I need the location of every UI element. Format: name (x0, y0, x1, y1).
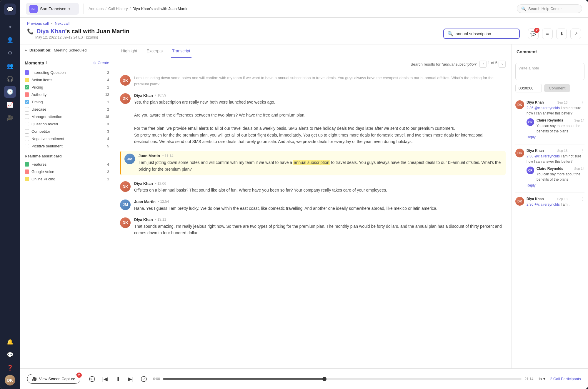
workspace-selector[interactable]: SF San Francisco ▾ (26, 3, 79, 15)
call-search-input[interactable] (456, 31, 516, 36)
msg-time-juan-1114: • 11:14 (162, 154, 174, 158)
comment-body-3: Diya Khan Sep 13 ⋮ 2:36 @clairereynolds … (527, 197, 584, 207)
settings-nav-icon[interactable]: ⚙ (4, 47, 16, 59)
progress-bar[interactable] (163, 378, 522, 380)
tab-highlight[interactable]: Highlight (120, 44, 138, 58)
callee-name: Juan Martin (96, 28, 129, 34)
tab-excerpts[interactable]: Excerpts (145, 44, 164, 58)
comment-delete-1[interactable]: ⋮ (581, 100, 584, 104)
comment-actions: Comment (515, 84, 584, 92)
next-call-link[interactable]: Next call (55, 21, 69, 26)
message-group-diya-1059: DK Diya Khan • 10:59 Yes, the plan subsc… (120, 93, 506, 145)
icon-sidebar: 💬 ✦ 👤 ⚙ 👥 🎧 🕐 📈 🎥 🔔 💬 ❓ DK (0, 0, 20, 389)
msg-header-juan-1114: Juan Martin • 11:14 (139, 154, 502, 158)
help-nav-icon[interactable]: ❓ (4, 362, 16, 374)
moment-checkbox-usecase (25, 107, 29, 112)
skip-to-start-btn[interactable]: |◀ (100, 374, 110, 384)
moment-checkbox-question (25, 122, 29, 126)
history-nav-icon[interactable]: 🕐 (4, 86, 16, 98)
comment-timestamp-2[interactable]: 2:36 (527, 154, 533, 158)
comment-timestamp-3[interactable]: 2:36 (527, 202, 533, 207)
chevron-down-icon: ▾ (69, 7, 70, 11)
moment-online-pricing[interactable]: Online Pricing 1 (25, 175, 109, 183)
call-search-bar[interactable]: 🔍 (443, 29, 520, 39)
comment-thread: DK Diya Khan Sep 13 ⋮ 2:36 @clairereynol… (512, 96, 588, 211)
moment-label-action: Action items (31, 78, 52, 82)
team-nav-icon[interactable]: 👥 (4, 60, 16, 72)
create-moment-button[interactable]: ⊕ Create (93, 61, 109, 65)
download-action-btn[interactable]: ⬇ (556, 29, 567, 39)
moment-positive[interactable]: Positive sentiment 5 (25, 142, 109, 150)
list-action-btn[interactable]: ≡ (542, 29, 553, 39)
comment-name-1: Diya Khan (527, 100, 544, 104)
moment-competitor[interactable]: Competitor 3 (25, 128, 109, 135)
moment-usecase[interactable]: Usecase 2 (25, 106, 109, 113)
comment-time-input[interactable] (515, 84, 542, 92)
moment-interesting-question[interactable]: ✓ Interesting Question 2 (25, 69, 109, 76)
share-action-btn[interactable]: ↗ (570, 29, 581, 39)
person-nav-icon[interactable]: 👤 (4, 34, 16, 46)
msg-time-diya-1311: • 13:11 (155, 217, 166, 222)
moment-timing[interactable]: ✓ Timing 1 (25, 98, 109, 106)
previous-call-link[interactable]: Previous call (27, 21, 49, 26)
moment-manager[interactable]: Manager attention 18 (25, 113, 109, 120)
chat-nav-icon[interactable]: 💬 (4, 349, 16, 361)
ai-nav-icon[interactable]: ✦ (4, 21, 16, 33)
content-body: ▶ Disposition: Meeting Scheduled Moments… (20, 44, 588, 389)
msg-header-diya-1206: Diya Khan • 12:06 (134, 181, 506, 186)
avatar-diya-1206: DK (120, 181, 131, 192)
moment-features[interactable]: Features 4 (25, 161, 109, 168)
moment-pricing[interactable]: ✓ Pricing 1 (25, 84, 109, 91)
search-help-bar[interactable]: 🔍 (517, 4, 582, 13)
comment-mention-3[interactable]: @clairereynolds (534, 202, 560, 207)
bell-nav-icon[interactable]: 🔔 (4, 336, 16, 348)
reply-button-2[interactable]: Reply (527, 183, 536, 187)
comment-date-3: Sep 13 (557, 197, 567, 201)
moment-label-pricing: Pricing (31, 85, 43, 89)
moment-question[interactable]: Question asked 3 (25, 120, 109, 128)
camera-capture-icon: 🎥 (32, 377, 37, 381)
rewind-15-btn[interactable]: 15 (87, 374, 97, 384)
next-result-btn[interactable]: › (499, 61, 506, 68)
play-pause-btn[interactable]: ⏸ (113, 374, 123, 384)
breadcrumb-sep-2: / (129, 6, 131, 11)
reply-button-1[interactable]: Reply (527, 135, 536, 139)
moment-action-items[interactable]: Action items 4 (25, 76, 109, 84)
msg-header-diya-1059: Diya Khan • 10:59 (134, 93, 506, 98)
msg-content-juan-1254: Juan Martin • 12:54 Haha. Yes I guess I … (134, 200, 506, 212)
analytics-nav-icon[interactable]: 📈 (4, 99, 16, 111)
comment-meta-2: Diya Khan Sep 13 ⋮ (527, 149, 584, 153)
prev-result-btn[interactable]: ‹ (479, 61, 487, 68)
participants-button[interactable]: 2 Call Participants (550, 377, 581, 381)
comment-timestamp-1[interactable]: 2:36 (527, 106, 533, 110)
forward-15-btn[interactable]: 15 (139, 374, 149, 384)
comment-delete-3[interactable]: ⋮ (581, 197, 584, 201)
divider (84, 4, 84, 14)
tab-transcript[interactable]: Transcript (171, 44, 191, 58)
search-help-input[interactable] (528, 6, 578, 11)
avatar-juan-1254: JM (120, 200, 131, 210)
comment-input-area[interactable]: Write a note (515, 63, 584, 80)
breadcrumb-call-history[interactable]: Call History (108, 6, 128, 11)
skip-to-end-btn[interactable]: ▶| (126, 374, 136, 384)
comment-delete-2[interactable]: ⋮ (581, 149, 584, 153)
screen-capture-button[interactable]: 🎥 View Screen Capture 2 (27, 374, 80, 384)
msg-content-diya-1059: Diya Khan • 10:59 Yes, the plan subscrip… (134, 93, 506, 145)
comment-action-btn[interactable]: 💬 2 (528, 29, 539, 39)
moment-negative[interactable]: Negative sentiment 4 (25, 135, 109, 142)
moment-count-google: 2 (107, 170, 109, 174)
speed-selector[interactable]: 1x ▾ (538, 377, 545, 381)
comment-mention-2[interactable]: @clairereynolds (534, 154, 560, 158)
moment-checkbox-negative (25, 137, 29, 141)
moment-authority[interactable]: Authority 12 (25, 91, 109, 98)
camera-nav-icon[interactable]: 🎥 (4, 112, 16, 124)
user-avatar[interactable]: DK (5, 375, 15, 385)
moment-google-voice[interactable]: Google Voice 2 (25, 168, 109, 175)
breadcrumb-aerolabs[interactable]: Aerolabs (89, 6, 104, 11)
headset-nav-icon[interactable]: 🎧 (4, 73, 16, 85)
comment-meta-3: Diya Khan Sep 13 ⋮ (527, 197, 584, 201)
moments-info-icon[interactable]: ℹ (46, 61, 47, 65)
comment-mention-1[interactable]: @clairereynolds (534, 106, 560, 110)
comment-submit-button[interactable]: Comment (544, 84, 570, 92)
comment-date-1: Sep 13 (557, 101, 567, 104)
